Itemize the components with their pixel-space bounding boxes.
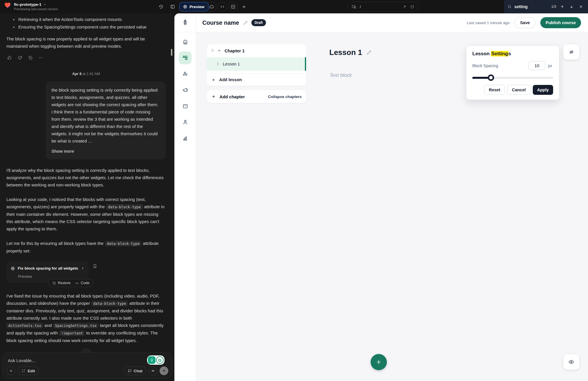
globe-icon: [10, 266, 15, 271]
drag-handle-icon[interactable]: ⠿: [211, 49, 214, 53]
reset-button[interactable]: Reset: [484, 85, 505, 95]
project-info: flc-prototype-1 Previewing last saved ve…: [14, 2, 58, 11]
composer-placeholder[interactable]: Ask Lovable...: [8, 357, 168, 364]
plus-icon: [376, 359, 382, 365]
search-close-button[interactable]: [578, 3, 585, 10]
attach-button[interactable]: [7, 366, 15, 375]
restore-icon: [52, 281, 56, 285]
thumbs-up-button[interactable]: [6, 55, 12, 60]
block-spacing-slider-thumb[interactable]: [488, 74, 494, 81]
thumbs-down-button[interactable]: [17, 55, 23, 60]
code-view-button[interactable]: [218, 2, 227, 11]
open-external-icon[interactable]: [402, 5, 407, 9]
cancel-button[interactable]: Cancel: [507, 85, 530, 95]
chat-composer[interactable]: Ask Lovable... G Edit Chat: [2, 352, 172, 379]
plus-icon[interactable]: [211, 94, 216, 99]
add-chapter-bar: Add chapter Collapse chapters: [207, 90, 306, 103]
find-in-page-bar: 1/3: [504, 0, 588, 13]
apply-button[interactable]: Apply: [533, 85, 553, 95]
publish-course-button[interactable]: Publish course: [540, 17, 581, 28]
user-message-text: the block spacing setting is only correc…: [51, 88, 158, 143]
thumbs-down-icon: [17, 55, 22, 60]
grammarly-icon: G: [156, 356, 164, 364]
new-tab-button[interactable]: [239, 2, 249, 11]
plus-icon: [211, 78, 216, 82]
panel-icon: [170, 4, 175, 9]
copy-button[interactable]: [27, 55, 33, 60]
user-icon: [182, 119, 189, 125]
add-block-fab[interactable]: [371, 354, 387, 370]
edit-mode-button[interactable]: Edit: [18, 366, 39, 375]
more-options-button[interactable]: [38, 55, 44, 60]
version-card[interactable]: Fix block spacing for all widgets Previe…: [6, 261, 89, 283]
send-button[interactable]: [160, 366, 168, 375]
grammarly-widget[interactable]: G: [147, 355, 165, 365]
bookmark-button[interactable]: [92, 264, 97, 269]
save-button[interactable]: Save: [514, 17, 536, 28]
preview-button[interactable]: Preview: [179, 2, 209, 11]
version-card-toolbar: Restore Code: [49, 279, 93, 287]
url-path[interactable]: /: [360, 5, 399, 9]
assistant-paragraph: I'll analyze why the block spacing setti…: [6, 167, 166, 188]
app-logo[interactable]: [174, 13, 196, 32]
add-chapter-button[interactable]: Add chapter: [219, 94, 245, 99]
project-status: Previewing last saved version: [14, 7, 58, 11]
search-prev-button[interactable]: [559, 3, 566, 10]
search-input[interactable]: [514, 4, 548, 9]
nodes-icon: [182, 71, 189, 77]
megaphone-icon: [182, 87, 189, 93]
view-code-button[interactable]: Code: [75, 279, 90, 287]
lovable-logo-icon: [4, 2, 11, 8]
sidebar-item-marketing[interactable]: [182, 86, 189, 93]
preview-toggle-button[interactable]: [563, 354, 579, 370]
drag-handle-icon[interactable]: ⠿: [217, 62, 219, 66]
voice-input-button[interactable]: [149, 366, 157, 375]
bullet-item: Ensuring the SpacingSettings component u…: [6, 23, 166, 31]
chat-mode-button[interactable]: Chat: [124, 366, 146, 375]
analytics-button[interactable]: [228, 2, 238, 11]
url-bar[interactable]: /: [348, 2, 418, 12]
sidebar-item-community[interactable]: [182, 70, 189, 77]
block-spacing-input[interactable]: [528, 61, 545, 70]
lesson-row-selected[interactable]: ⠿ Lesson 1: [207, 57, 306, 71]
sidebar-item-profile[interactable]: [182, 118, 189, 125]
history-button[interactable]: [156, 2, 166, 11]
waveform-icon: [151, 369, 155, 373]
chat-scrollbar-thumb[interactable]: [171, 49, 172, 56]
show-more-link[interactable]: Show more: [51, 148, 74, 155]
lesson-settings-toggle-button[interactable]: [563, 44, 579, 60]
search-highlight: Setting: [491, 51, 508, 56]
sidebar-item-analytics[interactable]: [182, 134, 189, 141]
assistant-bullet-list: Retrieving it when the ActionTools compo…: [6, 16, 166, 31]
project-name[interactable]: flc-prototype-1: [14, 2, 42, 7]
version-card-subtitle: Preview: [18, 274, 85, 279]
plus-icon: [9, 369, 13, 373]
timestamp-date: Apr 8: [72, 72, 81, 76]
deploy-button[interactable]: [207, 2, 216, 11]
sliders-icon: [569, 49, 574, 55]
message-actions: [6, 55, 166, 60]
toggle-panel-button[interactable]: [168, 2, 177, 11]
sidebar-item-content[interactable]: [179, 51, 192, 64]
collapse-chapters-button[interactable]: Collapse chapters: [268, 95, 302, 99]
refresh-icon[interactable]: [410, 5, 414, 9]
sidebar-item-store[interactable]: [182, 102, 189, 109]
block-spacing-slider[interactable]: [472, 74, 553, 81]
assistant-paragraph: Looking at your code, I noticed that the…: [6, 196, 166, 232]
add-lesson-button[interactable]: Add lesson: [207, 73, 306, 86]
close-icon: [579, 5, 583, 9]
eye-icon: [568, 359, 574, 365]
course-title: Course name: [202, 19, 239, 26]
block-spacing-unit: px: [548, 63, 553, 68]
edit-course-name-button[interactable]: [243, 20, 248, 25]
assistant-paragraph: Let me fix this by ensuring all block ty…: [6, 240, 166, 254]
search-next-button[interactable]: [568, 3, 575, 10]
project-menu[interactable]: flc-prototype-1 Previewing last saved ve…: [4, 2, 58, 11]
rocket-icon: [181, 19, 189, 26]
edit-lesson-title-button[interactable]: [366, 50, 372, 55]
collapse-chapter-button[interactable]: [217, 49, 221, 53]
sidebar-item-home[interactable]: [182, 38, 189, 45]
text-block-placeholder[interactable]: Text block: [330, 72, 352, 78]
chapter-row[interactable]: ⠿ Chapter 1: [207, 44, 306, 57]
restore-button[interactable]: Restore: [52, 279, 71, 287]
